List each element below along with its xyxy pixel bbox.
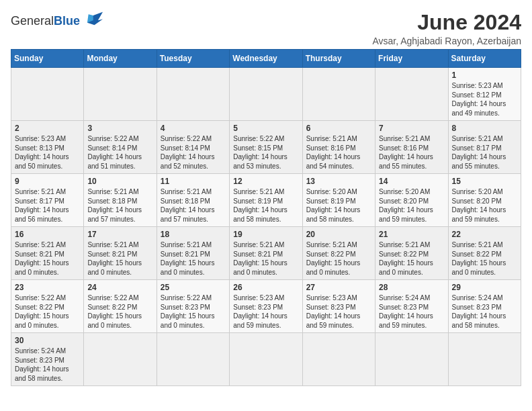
- day-info: Sunrise: 5:21 AM Sunset: 8:22 PM Dayligh…: [452, 240, 517, 277]
- day-info: Sunrise: 5:20 AM Sunset: 8:20 PM Dayligh…: [452, 187, 517, 224]
- day-info: Sunrise: 5:21 AM Sunset: 8:21 PM Dayligh…: [87, 240, 152, 277]
- day-number: 20: [306, 230, 371, 239]
- day-number: 25: [161, 283, 226, 292]
- day-info: Sunrise: 5:21 AM Sunset: 8:22 PM Dayligh…: [306, 240, 371, 277]
- calendar-cell: 20Sunrise: 5:21 AM Sunset: 8:22 PM Dayli…: [302, 227, 375, 280]
- day-number: 17: [87, 230, 152, 239]
- location-subtitle: Avsar, Aghjabadi Rayon, Azerbaijan: [372, 36, 521, 46]
- calendar-cell: 10Sunrise: 5:21 AM Sunset: 8:18 PM Dayli…: [84, 174, 157, 227]
- calendar-cell: 29Sunrise: 5:24 AM Sunset: 8:23 PM Dayli…: [448, 280, 521, 333]
- day-info: Sunrise: 5:22 AM Sunset: 8:22 PM Dayligh…: [15, 293, 80, 330]
- calendar-cell: 24Sunrise: 5:22 AM Sunset: 8:22 PM Dayli…: [84, 280, 157, 333]
- day-info: Sunrise: 5:21 AM Sunset: 8:22 PM Dayligh…: [379, 240, 444, 277]
- day-number: 5: [233, 124, 298, 133]
- weekday-header-tuesday: Tuesday: [157, 50, 229, 68]
- logo-bird-icon: [81, 11, 103, 32]
- day-info: Sunrise: 5:21 AM Sunset: 8:21 PM Dayligh…: [233, 240, 298, 277]
- calendar-cell: 25Sunrise: 5:22 AM Sunset: 8:23 PM Dayli…: [157, 280, 229, 333]
- day-number: 13: [306, 177, 371, 186]
- day-info: Sunrise: 5:23 AM Sunset: 8:23 PM Dayligh…: [306, 293, 371, 330]
- calendar-cell: 9Sunrise: 5:21 AM Sunset: 8:17 PM Daylig…: [11, 174, 84, 227]
- calendar-cell: 26Sunrise: 5:23 AM Sunset: 8:23 PM Dayli…: [230, 280, 302, 333]
- calendar-cell: 2Sunrise: 5:23 AM Sunset: 8:13 PM Daylig…: [11, 121, 84, 174]
- day-info: Sunrise: 5:23 AM Sunset: 8:23 PM Dayligh…: [233, 293, 298, 330]
- calendar-cell: 7Sunrise: 5:21 AM Sunset: 8:16 PM Daylig…: [375, 121, 448, 174]
- calendar-cell: 11Sunrise: 5:21 AM Sunset: 8:18 PM Dayli…: [157, 174, 229, 227]
- day-number: 7: [379, 124, 444, 133]
- calendar-cell: 12Sunrise: 5:21 AM Sunset: 8:19 PM Dayli…: [230, 174, 302, 227]
- day-number: 19: [233, 230, 298, 239]
- day-number: 3: [87, 124, 152, 133]
- day-number: 10: [87, 177, 152, 186]
- day-info: Sunrise: 5:21 AM Sunset: 8:16 PM Dayligh…: [379, 134, 444, 171]
- calendar-cell: [302, 333, 375, 386]
- day-number: 9: [15, 177, 80, 186]
- header: GeneralBlue June 2024 Avsar, Aghjabadi R…: [11, 11, 521, 46]
- logo: GeneralBlue: [11, 11, 103, 32]
- day-number: 8: [452, 124, 517, 133]
- calendar-cell: 22Sunrise: 5:21 AM Sunset: 8:22 PM Dayli…: [448, 227, 521, 280]
- day-number: 12: [233, 177, 298, 186]
- day-info: Sunrise: 5:24 AM Sunset: 8:23 PM Dayligh…: [15, 347, 80, 383]
- day-number: 2: [15, 124, 80, 133]
- day-info: Sunrise: 5:21 AM Sunset: 8:16 PM Dayligh…: [306, 134, 371, 171]
- calendar-cell: 3Sunrise: 5:22 AM Sunset: 8:14 PM Daylig…: [84, 121, 157, 174]
- day-number: 18: [161, 230, 226, 239]
- calendar-cell: 18Sunrise: 5:21 AM Sunset: 8:21 PM Dayli…: [157, 227, 229, 280]
- day-info: Sunrise: 5:23 AM Sunset: 8:12 PM Dayligh…: [452, 81, 517, 118]
- logo-text: GeneralBlue: [11, 15, 80, 28]
- day-info: Sunrise: 5:20 AM Sunset: 8:20 PM Dayligh…: [379, 187, 444, 224]
- calendar-cell: [11, 68, 84, 121]
- calendar-cell: 4Sunrise: 5:22 AM Sunset: 8:14 PM Daylig…: [157, 121, 229, 174]
- day-info: Sunrise: 5:22 AM Sunset: 8:14 PM Dayligh…: [87, 134, 152, 171]
- calendar-table: SundayMondayTuesdayWednesdayThursdayFrid…: [11, 49, 521, 386]
- day-info: Sunrise: 5:24 AM Sunset: 8:23 PM Dayligh…: [379, 293, 444, 330]
- day-info: Sunrise: 5:21 AM Sunset: 8:21 PM Dayligh…: [15, 240, 80, 277]
- title-block: June 2024 Avsar, Aghjabadi Rayon, Azerba…: [372, 11, 521, 46]
- weekday-header-friday: Friday: [375, 50, 448, 68]
- calendar-cell: [448, 333, 521, 386]
- calendar-cell: 13Sunrise: 5:20 AM Sunset: 8:19 PM Dayli…: [302, 174, 375, 227]
- day-number: 11: [161, 177, 226, 186]
- day-info: Sunrise: 5:22 AM Sunset: 8:23 PM Dayligh…: [161, 293, 226, 330]
- day-number: 23: [15, 283, 80, 292]
- weekday-header-sunday: Sunday: [11, 50, 84, 68]
- calendar-cell: [230, 333, 302, 386]
- calendar-cell: 8Sunrise: 5:21 AM Sunset: 8:17 PM Daylig…: [448, 121, 521, 174]
- day-number: 26: [233, 283, 298, 292]
- calendar-cell: [302, 68, 375, 121]
- calendar-cell: [157, 333, 229, 386]
- calendar-cell: 5Sunrise: 5:22 AM Sunset: 8:15 PM Daylig…: [230, 121, 302, 174]
- weekday-header-thursday: Thursday: [302, 50, 375, 68]
- day-info: Sunrise: 5:21 AM Sunset: 8:17 PM Dayligh…: [15, 187, 80, 224]
- day-info: Sunrise: 5:21 AM Sunset: 8:18 PM Dayligh…: [161, 187, 226, 224]
- day-number: 24: [87, 283, 152, 292]
- day-number: 16: [15, 230, 80, 239]
- day-number: 6: [306, 124, 371, 133]
- calendar-cell: 6Sunrise: 5:21 AM Sunset: 8:16 PM Daylig…: [302, 121, 375, 174]
- day-info: Sunrise: 5:21 AM Sunset: 8:18 PM Dayligh…: [87, 187, 152, 224]
- calendar-cell: 28Sunrise: 5:24 AM Sunset: 8:23 PM Dayli…: [375, 280, 448, 333]
- month-year-title: June 2024: [372, 11, 521, 34]
- calendar-cell: [375, 68, 448, 121]
- calendar-cell: 30Sunrise: 5:24 AM Sunset: 8:23 PM Dayli…: [11, 333, 84, 386]
- calendar-cell: [84, 333, 157, 386]
- calendar-cell: 1Sunrise: 5:23 AM Sunset: 8:12 PM Daylig…: [448, 68, 521, 121]
- calendar-cell: 14Sunrise: 5:20 AM Sunset: 8:20 PM Dayli…: [375, 174, 448, 227]
- day-number: 22: [452, 230, 517, 239]
- day-info: Sunrise: 5:22 AM Sunset: 8:15 PM Dayligh…: [233, 134, 298, 171]
- calendar-cell: 23Sunrise: 5:22 AM Sunset: 8:22 PM Dayli…: [11, 280, 84, 333]
- day-number: 14: [379, 177, 444, 186]
- weekday-header-wednesday: Wednesday: [230, 50, 302, 68]
- calendar-cell: [157, 68, 229, 121]
- day-number: 27: [306, 283, 371, 292]
- calendar-cell: 19Sunrise: 5:21 AM Sunset: 8:21 PM Dayli…: [230, 227, 302, 280]
- day-info: Sunrise: 5:20 AM Sunset: 8:19 PM Dayligh…: [306, 187, 371, 224]
- calendar-cell: [375, 333, 448, 386]
- day-info: Sunrise: 5:24 AM Sunset: 8:23 PM Dayligh…: [452, 293, 517, 330]
- day-info: Sunrise: 5:21 AM Sunset: 8:17 PM Dayligh…: [452, 134, 517, 171]
- calendar-cell: 21Sunrise: 5:21 AM Sunset: 8:22 PM Dayli…: [375, 227, 448, 280]
- day-info: Sunrise: 5:23 AM Sunset: 8:13 PM Dayligh…: [15, 134, 80, 171]
- day-number: 1: [452, 71, 517, 80]
- day-info: Sunrise: 5:21 AM Sunset: 8:21 PM Dayligh…: [161, 240, 226, 277]
